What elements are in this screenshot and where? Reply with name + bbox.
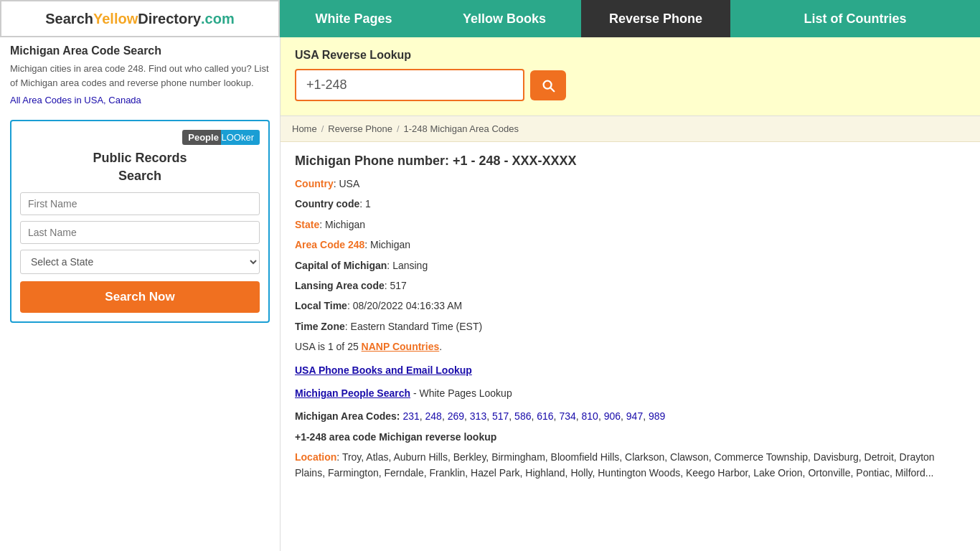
lookup-form: [295, 69, 966, 101]
nanp-line: USA is 1 of 25 NANP Countries.: [295, 339, 966, 354]
public-records-widget: People LOOker Public Records Search Sele…: [10, 120, 270, 323]
page-heading: Michigan Phone number: +1 - 248 - XXX-XX…: [295, 154, 966, 169]
widget-title: Public Records Search: [20, 149, 260, 185]
capital-line: Capital of Michigan: Lansing: [295, 258, 966, 273]
area-code-link[interactable]: 517: [492, 410, 509, 422]
breadcrumb-reverse-phone[interactable]: Reverse Phone: [328, 123, 392, 134]
sidebar-description: Michigan cities in area code 248. Find o…: [10, 62, 270, 90]
people-looker-badge: People LOOker: [182, 130, 260, 145]
nav-white-pages[interactable]: White Pages: [280, 0, 428, 37]
widget-header: People LOOker: [20, 130, 260, 145]
area-code-link[interactable]: 586: [514, 410, 531, 422]
michigan-search-line: Michigan People Search - White Pages Loo…: [295, 385, 966, 401]
breadcrumb-home[interactable]: Home: [292, 123, 317, 134]
timezone-value: Eastern Standard Time (EST): [351, 321, 483, 332]
logo-yellow: Yellow: [93, 11, 138, 27]
lansing-area-line: Lansing Area code: 517: [295, 278, 966, 293]
lansing-area-label: Lansing Area code: [295, 280, 385, 291]
area-code-link[interactable]: 313: [470, 410, 486, 422]
state-select[interactable]: Select a State: [20, 250, 260, 274]
nav-yellow-books[interactable]: Yellow Books: [428, 0, 581, 37]
country-code-value: 1: [365, 198, 371, 209]
michigan-search-rest: - White Pages Lookup: [410, 387, 512, 399]
sidebar: Michigan Area Code Search Michigan citie…: [0, 37, 280, 551]
lookup-input[interactable]: [295, 69, 524, 101]
badge-people: People: [188, 132, 219, 143]
area-code-value: Michigan: [370, 239, 410, 250]
area-code-link[interactable]: 810: [582, 410, 598, 422]
area-code-link[interactable]: 248: [425, 410, 442, 422]
sidebar-title: Michigan Area Code Search: [10, 44, 270, 57]
heading-rest: : +1 - 248 - XXX-XXXX: [445, 154, 577, 168]
logo-com: .com: [201, 11, 235, 27]
country-code-label: Country code: [295, 198, 359, 209]
local-time-line: Local Time: 08/20/2022 04:16:33 AM: [295, 298, 966, 314]
content-area: Michigan Phone number: +1 - 248 - XXX-XX…: [281, 142, 980, 497]
timezone-label: Time Zone: [295, 321, 345, 332]
breadcrumb-sep-2: /: [397, 123, 400, 134]
area-codes-list: 231, 248, 269, 313, 517, 586, 616, 734, …: [402, 410, 665, 422]
lookup-search-button[interactable]: [530, 70, 566, 100]
location-text: Troy, Atlas, Auburn Hills, Berkley, Birm…: [295, 451, 935, 479]
area-code-link[interactable]: 269: [448, 410, 464, 422]
breadcrumb: Home / Reverse Phone / 1-248 Michigan Ar…: [281, 116, 980, 142]
area-code-link[interactable]: 616: [537, 410, 553, 422]
area-code-link[interactable]: 947: [626, 410, 643, 422]
main-content: USA Reverse Lookup Home / Reverse Phone …: [280, 37, 980, 551]
area-code-link[interactable]: 734: [559, 410, 575, 422]
first-name-input[interactable]: [20, 192, 260, 215]
logo-directory: Directory: [138, 11, 201, 27]
nanp-text: USA is 1 of 25: [295, 341, 359, 352]
area-code-link[interactable]: 231: [402, 410, 419, 422]
last-name-input[interactable]: [20, 221, 260, 244]
lookup-title: USA Reverse Lookup: [295, 49, 966, 62]
area-codes-line: Michigan Area Codes: 231, 248, 269, 313,…: [295, 408, 966, 424]
breadcrumb-sep-1: /: [321, 123, 324, 134]
heading-orange: Michigan Phone number: [295, 154, 445, 168]
area-code-link[interactable]: 989: [649, 410, 665, 422]
location-label: Location: [295, 451, 336, 463]
area-codes-label: Michigan Area Codes:: [295, 410, 400, 422]
reverse-lookup-heading: +1-248 area code Michigan reverse lookup: [295, 429, 966, 445]
sidebar-area-codes-link[interactable]: All Area Codes in USA, Canada: [10, 95, 141, 105]
lansing-area-value: 517: [390, 280, 407, 291]
capital-label: Capital of Michigan: [295, 260, 387, 271]
timezone-line: Time Zone: Eastern Standard Time (EST): [295, 319, 966, 334]
local-time-value: 08/20/2022 04:16:33 AM: [353, 300, 463, 311]
local-time-label: Local Time: [295, 300, 347, 311]
breadcrumb-current: 1-248 Michigan Area Codes: [404, 123, 519, 134]
location-description: Location: Troy, Atlas, Auburn Hills, Ber…: [295, 449, 966, 481]
usa-phone-link[interactable]: USA Phone Books and Email Lookup: [295, 362, 966, 378]
state-line: State: Michigan: [295, 217, 966, 232]
country-code-line: Country code: 1: [295, 196, 966, 212]
nav-list-of-countries[interactable]: List of Countries: [730, 0, 980, 37]
usa-phone-line: USA Phone Books and Email Lookup: [295, 362, 966, 378]
country-label: Country: [295, 178, 334, 189]
lookup-box: USA Reverse Lookup: [281, 37, 980, 116]
michigan-search-link[interactable]: Michigan People Search: [295, 387, 410, 399]
search-now-button[interactable]: Search Now: [20, 281, 260, 313]
capital-value: Lansing: [392, 260, 428, 271]
site-logo[interactable]: SearchYellowDirectory.com: [0, 0, 280, 37]
area-code-line: Area Code 248: Michigan: [295, 237, 966, 253]
nav-reverse-phone[interactable]: Reverse Phone: [581, 0, 730, 37]
search-icon: [540, 77, 556, 93]
state-label: State: [295, 219, 319, 230]
area-code-link[interactable]: 906: [604, 410, 621, 422]
country-line: Country: USA: [295, 176, 966, 192]
logo-search: Search: [45, 11, 93, 27]
state-value: Michigan: [325, 219, 365, 230]
nanp-period: .: [439, 341, 442, 352]
nanp-link[interactable]: NANP Countries: [362, 341, 440, 352]
area-code-label: Area Code 248: [295, 239, 364, 250]
country-value: USA: [339, 178, 359, 189]
badge-looker: LOOker: [221, 132, 254, 143]
